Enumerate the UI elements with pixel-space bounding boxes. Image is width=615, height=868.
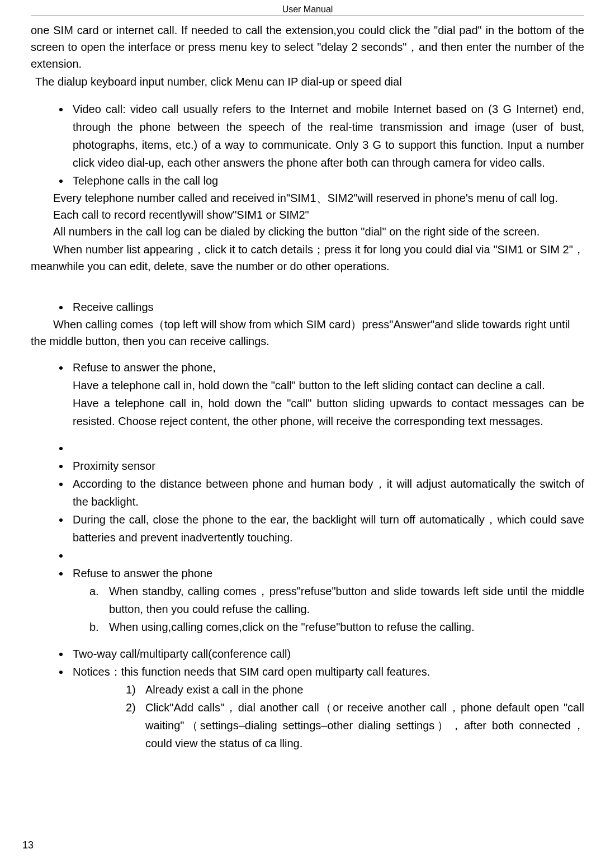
bullet-proximity-desc: According to the distance between phone … <box>70 475 584 511</box>
number-item-2: 2) Click"Add calls"，dial another call（or… <box>126 699 584 752</box>
paragraph-receive: When calling comes（top left will show fr… <box>31 316 584 350</box>
bullet-list-2: Receive callings <box>31 298 584 316</box>
marker-1: 1) <box>126 681 145 699</box>
paragraph-call-log-1: Every telephone number called and receiv… <box>31 190 584 223</box>
number-body-2: Click"Add calls"，dial another call（or re… <box>145 699 584 752</box>
bullet-refuse-2: Refuse to answer the phone <box>70 564 584 582</box>
bullet-call-log: Telephone calls in the call log <box>70 172 584 190</box>
content-body: one SIM card or internet call. If needed… <box>0 16 615 752</box>
bullet-receive-callings: Receive callings <box>70 298 584 316</box>
page-header: User Manual <box>31 0 584 16</box>
paragraph-call-log-2: All numbers in the call log can be diale… <box>31 223 584 240</box>
letter-item-a: a. When standby, calling comes，press"ref… <box>89 582 584 618</box>
letter-body-a: When standby, calling comes，press"refuse… <box>109 582 584 618</box>
refuse-sub-2: Have a telephone call in, hold down the … <box>31 394 584 430</box>
refuse-sub-1: Have a telephone call in, hold down the … <box>31 376 584 394</box>
bullet-list-1: Video call: video call usually refers to… <box>31 100 584 190</box>
bullet-two-way: Two-way call/multiparty call(conference … <box>70 645 584 663</box>
letter-body-b: When using,calling comes,click on the "r… <box>109 618 584 636</box>
number-body-1: Already exist a call in the phone <box>145 681 584 699</box>
number-list: 1) Already exist a call in the phone 2) … <box>31 681 584 752</box>
bullet-video-call: Video call: video call usually refers to… <box>70 100 584 172</box>
number-item-1: 1) Already exist a call in the phone <box>126 681 584 699</box>
letter-item-b: b. When using,calling comes,click on the… <box>89 618 584 636</box>
paragraph-call-log-3: When number list appearing，click it to c… <box>31 241 584 275</box>
paragraph-intro-1: one SIM card or internet call. If needed… <box>31 22 584 72</box>
marker-a: a. <box>89 582 109 618</box>
bullet-proximity: Proximity sensor <box>70 457 584 475</box>
marker-b: b. <box>89 618 109 636</box>
bullet-refuse-1: Refuse to answer the phone, <box>70 358 584 376</box>
bullet-list-3: Refuse to answer the phone, <box>31 358 584 376</box>
bullet-list-4: Proximity sensor According to the distan… <box>31 439 584 582</box>
bullet-list-5: Two-way call/multiparty call(conference … <box>31 645 584 681</box>
paragraph-intro-2: The dialup keyboard input number, click … <box>31 73 584 90</box>
page-number: 13 <box>22 839 34 851</box>
letter-list: a. When standby, calling comes，press"ref… <box>31 582 584 636</box>
text: Every telephone number called and receiv… <box>53 192 558 221</box>
bullet-empty-1 <box>70 439 584 457</box>
bullet-notices: Notices：this function needs that SIM car… <box>70 663 584 681</box>
bullet-empty-2 <box>70 546 584 564</box>
marker-2: 2) <box>126 699 145 752</box>
bullet-proximity-during: During the call, close the phone to the … <box>70 511 584 546</box>
